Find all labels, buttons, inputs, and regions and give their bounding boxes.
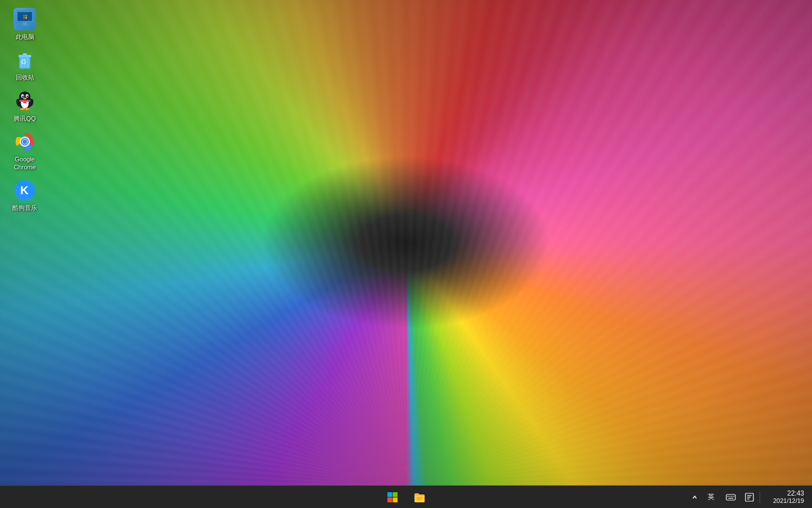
svg-rect-45 [727,496,729,497]
clock-area[interactable]: 22:43 2021/12/19 [762,486,807,508]
svg-rect-39 [393,492,398,497]
svg-rect-5 [23,15,25,16]
chevron-up-icon [692,494,698,500]
svg-rect-41 [393,497,398,502]
start-button[interactable] [380,486,405,509]
svg-rect-49 [729,498,734,499]
svg-point-35 [23,139,27,144]
ime-icon-area[interactable] [722,486,739,508]
svg-rect-4 [20,25,29,26]
music-icon: K [14,179,36,202]
language-text: 英 [705,492,717,502]
taskbar-file-explorer[interactable] [407,486,432,509]
music-label: 酷狗音乐 [12,204,37,212]
svg-rect-6 [25,15,27,16]
svg-rect-11 [23,54,27,56]
svg-rect-7 [23,17,25,19]
this-pc-icon [14,8,36,30]
clock-time: 22:43 [787,489,804,497]
taskbar: 英 22:43 2021/12/ [0,485,812,508]
qq-icon [14,90,36,112]
taskbar-center [380,486,432,509]
svg-point-28 [20,108,25,110]
svg-rect-48 [734,496,735,497]
svg-point-25 [23,98,27,99]
show-hidden-icons-button[interactable] [690,488,700,506]
windows-logo-icon [387,492,398,503]
svg-rect-44 [726,494,735,500]
chrome-icon [14,130,36,153]
svg-point-29 [25,108,29,110]
svg-point-23 [23,95,23,95]
notification-icon [745,493,754,502]
svg-rect-31 [23,100,27,103]
desktop-icon-qq[interactable]: 腾讯QQ [5,87,45,125]
svg-text:♻: ♻ [20,58,27,66]
recycle-bin-icon: ♻ [14,49,36,71]
svg-rect-46 [730,496,731,497]
desktop: 此电脑 ♻ 回收站 [0,0,812,485]
desktop-icon-recycle-bin[interactable]: ♻ 回收站 [5,46,45,84]
svg-text:K: K [20,184,29,196]
tray-divider [760,492,760,503]
notification-area[interactable] [742,486,757,508]
file-explorer-icon [413,491,426,503]
clock-date: 2021/12/19 [773,497,804,505]
keyboard-icon [726,492,736,502]
svg-rect-38 [387,492,392,497]
qq-label: 腾讯QQ [14,115,36,122]
chrome-label: Google Chrome [7,155,43,172]
svg-rect-3 [23,23,27,25]
this-pc-label: 此电脑 [16,33,34,41]
desktop-icons: 此电脑 ♻ 回收站 [5,6,45,214]
desktop-icon-music[interactable]: K 酷狗音乐 [5,177,45,214]
desktop-icon-this-pc[interactable]: 此电脑 [5,6,45,43]
svg-rect-8 [25,17,27,19]
svg-rect-40 [387,497,392,502]
taskbar-right: 英 22:43 2021/12/ [690,486,812,508]
recycle-bin-label: 回收站 [16,73,34,81]
desktop-icon-chrome[interactable]: Google Chrome [5,128,45,174]
svg-point-24 [27,95,28,95]
svg-rect-47 [731,496,732,497]
language-indicator[interactable]: 英 [702,486,720,508]
